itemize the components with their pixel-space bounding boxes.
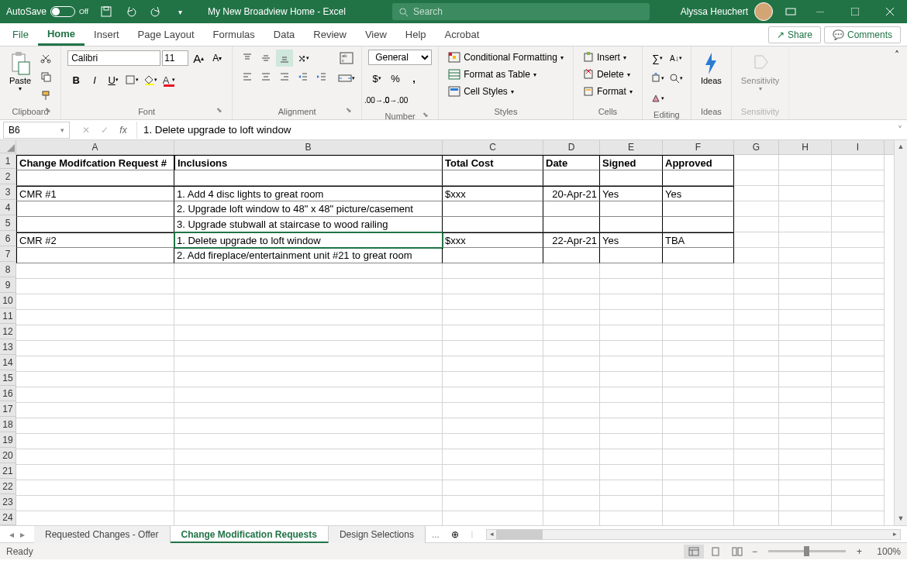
cell-A3[interactable]: CMR #1	[16, 186, 174, 201]
cell-I3[interactable]	[832, 186, 885, 201]
undo-icon[interactable]	[119, 0, 143, 23]
column-header-E[interactable]: E	[600, 140, 663, 154]
cell-H13[interactable]	[779, 341, 832, 356]
align-right-button[interactable]	[276, 68, 293, 85]
select-all-button[interactable]	[0, 140, 16, 153]
cell-B4[interactable]: 2. Upgrade loft window to 48" x 48" pict…	[174, 201, 443, 217]
column-header-C[interactable]: C	[443, 140, 543, 154]
cell-F6[interactable]: TBA	[663, 232, 734, 248]
cell-H12[interactable]	[779, 325, 832, 341]
name-box[interactable]: B6▾	[3, 122, 70, 139]
cell-H4[interactable]	[779, 201, 832, 217]
font-size-select[interactable]	[162, 50, 188, 66]
increase-indent-button[interactable]	[313, 68, 330, 85]
column-header-H[interactable]: H	[779, 140, 832, 154]
cell-E11[interactable]	[600, 310, 663, 325]
row-header-15[interactable]: 15	[0, 370, 16, 386]
row-header-2[interactable]: 2	[0, 169, 16, 184]
row-header-7[interactable]: 7	[0, 246, 16, 262]
next-sheet-button[interactable]: ▸	[20, 529, 25, 540]
tab-review[interactable]: Review	[304, 24, 356, 46]
row-header-1[interactable]: 1	[0, 153, 16, 169]
cell-F18[interactable]	[663, 418, 734, 434]
cell-C17[interactable]	[443, 403, 543, 418]
cell-H16[interactable]	[779, 387, 832, 403]
cell-I4[interactable]	[832, 201, 885, 217]
column-header-D[interactable]: D	[543, 140, 600, 154]
conditional-formatting-button[interactable]: Conditional Formatting▾	[445, 50, 567, 65]
tab-acrobat[interactable]: Acrobat	[436, 24, 489, 46]
scroll-right-button[interactable]: ▸	[889, 530, 900, 538]
comma-button[interactable]: ,	[405, 70, 422, 87]
cell-A20[interactable]	[16, 449, 174, 465]
cell-H21[interactable]	[779, 465, 832, 480]
cell-D23[interactable]	[543, 496, 600, 511]
formula-input[interactable]	[137, 122, 893, 139]
row-header-3[interactable]: 3	[0, 184, 16, 200]
cell-C14[interactable]	[443, 356, 543, 372]
delete-cells-button[interactable]: Delete▾	[580, 67, 633, 82]
redo-icon[interactable]	[144, 0, 167, 23]
cell-H15[interactable]	[779, 372, 832, 387]
insert-cells-button[interactable]: Insert▾	[580, 50, 629, 65]
grow-font-button[interactable]: A▴	[190, 50, 207, 67]
cell-D13[interactable]	[543, 341, 600, 356]
cell-H23[interactable]	[779, 496, 832, 511]
cell-F5[interactable]	[663, 217, 734, 232]
row-header-9[interactable]: 9	[0, 277, 16, 293]
avatar[interactable]	[754, 2, 773, 21]
align-middle-button[interactable]	[257, 50, 274, 67]
row-header-11[interactable]: 11	[0, 308, 16, 324]
cell-A2[interactable]	[16, 170, 174, 186]
scroll-down-button[interactable]: ▼	[895, 512, 907, 525]
cell-F12[interactable]	[663, 325, 734, 341]
expand-formula-bar-button[interactable]: ˅	[893, 125, 907, 136]
tab-home[interactable]: Home	[38, 24, 84, 46]
cell-H19[interactable]	[779, 434, 832, 449]
tab-formulas[interactable]: Formulas	[204, 24, 264, 46]
column-header-A[interactable]: A	[16, 140, 174, 154]
cell-D1[interactable]: Date	[543, 155, 600, 170]
cell-G6[interactable]	[734, 232, 779, 248]
cell-B20[interactable]	[174, 449, 443, 465]
cell-G19[interactable]	[734, 434, 779, 449]
cell-I14[interactable]	[832, 356, 885, 372]
ideas-button[interactable]: Ideas	[698, 50, 725, 87]
cell-E24[interactable]	[600, 511, 663, 525]
cell-I9[interactable]	[832, 279, 885, 294]
cell-A13[interactable]	[16, 341, 174, 356]
tab-view[interactable]: View	[356, 24, 396, 46]
column-header-B[interactable]: B	[174, 140, 443, 154]
toggle-switch[interactable]	[50, 6, 75, 17]
cell-D11[interactable]	[543, 310, 600, 325]
orientation-button[interactable]: ⤭▾	[295, 50, 312, 67]
cell-F7[interactable]	[663, 248, 734, 263]
bold-button[interactable]: B	[67, 71, 84, 88]
cell-I15[interactable]	[832, 372, 885, 387]
cell-I16[interactable]	[832, 387, 885, 403]
format-cells-button[interactable]: Format▾	[580, 84, 636, 99]
cell-styles-button[interactable]: Cell Styles▾	[445, 84, 517, 99]
cell-F1[interactable]: Approved	[663, 155, 734, 170]
cell-E15[interactable]	[600, 372, 663, 387]
row-header-10[interactable]: 10	[0, 293, 16, 308]
cell-E17[interactable]	[600, 403, 663, 418]
cell-C18[interactable]	[443, 418, 543, 434]
insert-function-button[interactable]: fx	[115, 122, 132, 139]
cell-G24[interactable]	[734, 511, 779, 525]
horizontal-scrollbar[interactable]: ◂ ▸	[486, 529, 901, 540]
cell-C22[interactable]	[443, 480, 543, 496]
enter-formula-button[interactable]: ✓	[96, 122, 113, 139]
autosum-button[interactable]: ∑▾	[649, 50, 666, 67]
cell-I11[interactable]	[832, 310, 885, 325]
row-header-23[interactable]: 23	[0, 494, 16, 510]
cell-F8[interactable]	[663, 263, 734, 279]
cell-I10[interactable]	[832, 294, 885, 310]
tab-help[interactable]: Help	[396, 24, 436, 46]
copy-button[interactable]	[37, 68, 54, 85]
cell-E14[interactable]	[600, 356, 663, 372]
cell-B15[interactable]	[174, 372, 443, 387]
cell-F10[interactable]	[663, 294, 734, 310]
cell-B9[interactable]	[174, 279, 443, 294]
cell-C21[interactable]	[443, 465, 543, 480]
